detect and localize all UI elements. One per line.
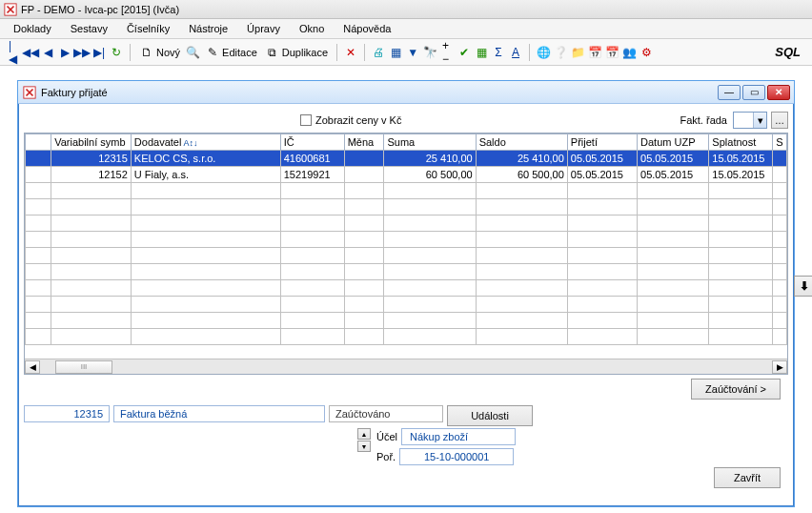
app-icon — [4, 3, 17, 16]
new-button[interactable]: 🗋 Nový — [136, 43, 183, 62]
page-down-button[interactable]: ⬇ — [794, 276, 812, 297]
fakt-rada-value — [734, 113, 753, 128]
show-prices-checkbox[interactable] — [300, 114, 312, 126]
users-icon[interactable]: 👥 — [621, 45, 637, 60]
book-button[interactable]: Zaúčtování > — [691, 379, 781, 400]
minimize-button[interactable]: — — [718, 85, 741, 100]
menu-upravy[interactable]: Úpravy — [237, 21, 290, 36]
close-button[interactable]: ✕ — [767, 85, 790, 100]
nav-next-page-icon[interactable]: ▶▶ — [74, 45, 90, 60]
binoculars-icon[interactable]: 🔭 — [422, 45, 437, 60]
table-row[interactable] — [26, 280, 787, 297]
hscroll-right-icon[interactable]: ▶ — [772, 360, 787, 374]
folder-icon[interactable]: 📁 — [570, 45, 585, 60]
menu-okno[interactable]: Okno — [290, 21, 334, 36]
hscroll-left-icon[interactable]: ◀ — [25, 360, 40, 374]
child-window-buttons: — ▭ ✕ — [718, 85, 790, 100]
edit-label: Editace — [222, 47, 257, 58]
table-row[interactable] — [26, 329, 787, 345]
calendar2-icon[interactable]: 📅 — [604, 45, 619, 60]
info-booked: Zaúčtováno — [329, 405, 443, 422]
table-row[interactable] — [26, 215, 787, 232]
col-prijeti[interactable]: Přijetí — [567, 134, 637, 151]
nav-prev-icon[interactable]: ◀ — [40, 45, 55, 60]
table-row[interactable]: 12315 KELOC CS, s.r.o. 41600681 25 410,0… — [26, 151, 787, 167]
menu-sestavy[interactable]: Sestavy — [61, 21, 117, 36]
child-window-faktury: Faktury přijaté — ▭ ✕ Zobrazit ceny v Kč… — [17, 80, 795, 507]
delete-icon[interactable]: ✕ — [343, 45, 358, 60]
menu-doklady[interactable]: Doklady — [4, 21, 61, 36]
menu-bar: Doklady Sestavy Číselníky Nástroje Úprav… — [0, 19, 812, 39]
excel-icon[interactable]: ▦ — [474, 45, 489, 60]
detail-spinner: ▲ ▼ — [357, 428, 371, 465]
maximize-button[interactable]: ▭ — [742, 85, 765, 100]
selected-invoice-info: 12315 Faktura běžná Zaúčtováno Události — [24, 405, 788, 426]
edit-button[interactable]: ✎ Editace — [202, 43, 260, 62]
toolbar-separator — [130, 44, 131, 61]
invoices-grid[interactable]: Variabilní symb DodavatelA↕↓ IČ Měna Sum… — [24, 133, 788, 375]
nav-last-icon[interactable]: ▶| — [91, 45, 107, 60]
edit-icon: ✎ — [205, 45, 220, 60]
col-uzp[interactable]: Datum UZP — [638, 134, 709, 151]
sort-indicator-icon: A↕↓ — [183, 138, 197, 148]
col-splatnost[interactable]: Splatnost — [709, 134, 773, 151]
toolbar-separator — [364, 44, 365, 61]
col-dodavatel[interactable]: DodavatelA↕↓ — [131, 134, 280, 151]
nav-first-icon[interactable]: |◀ — [6, 45, 21, 60]
table-row[interactable] — [26, 264, 787, 280]
table-row[interactable] — [26, 199, 787, 215]
ucel-value: Nákup zboží — [401, 428, 516, 445]
grid-icon[interactable]: ▦ — [388, 45, 403, 60]
spinner-up-icon[interactable]: ▲ — [357, 428, 371, 440]
add-remove-icon[interactable]: +− — [439, 45, 455, 60]
table-row[interactable] — [26, 248, 787, 264]
refresh-icon[interactable]: ↻ — [109, 45, 124, 60]
help-icon[interactable]: ❔ — [553, 45, 568, 60]
main-title-bar: FP - DEMO - Ivca-pc [2015] (Ivča) — [0, 0, 812, 19]
font-icon[interactable]: A — [508, 45, 523, 60]
chevron-down-icon[interactable]: ▾ — [753, 113, 766, 128]
sql-button[interactable]: SQL — [775, 45, 801, 59]
col-mena[interactable]: Měna — [344, 134, 384, 151]
table-row[interactable] — [26, 183, 787, 199]
search-doc-icon[interactable]: 🔍 — [185, 45, 200, 60]
events-button[interactable]: Události — [447, 405, 533, 426]
main-toolbar: |◀ ◀◀ ◀ ▶ ▶▶ ▶| ↻ 🗋 Nový 🔍 ✎ Editace ⧉ D… — [0, 39, 812, 66]
menu-ciselniky[interactable]: Číselníky — [117, 21, 179, 36]
spinner-down-icon[interactable]: ▼ — [357, 441, 371, 452]
sum-icon[interactable]: Σ — [491, 45, 506, 60]
table-row[interactable]: 12152 U Fialy, a.s. 15219921 60 500,00 6… — [26, 167, 787, 183]
menu-napoveda[interactable]: Nápověda — [334, 21, 400, 36]
settings-icon[interactable]: ⚙ — [639, 45, 654, 60]
fakt-rada-combo[interactable]: ▾ — [733, 112, 767, 129]
nav-next-icon[interactable]: ▶ — [57, 45, 72, 60]
col-ic[interactable]: IČ — [280, 134, 344, 151]
duplicate-icon: ⧉ — [265, 45, 280, 60]
col-selector[interactable] — [26, 134, 51, 151]
duplicate-button[interactable]: ⧉ Duplikace — [262, 43, 331, 62]
dup-label: Duplikace — [282, 47, 328, 58]
close-button[interactable]: Zavřít — [714, 467, 781, 488]
col-vs[interactable]: Variabilní symb — [51, 134, 132, 151]
col-suma[interactable]: Suma — [384, 134, 476, 151]
grid-hscrollbar[interactable]: ◀ III ▶ — [25, 359, 787, 374]
table-row[interactable] — [26, 313, 787, 329]
col-s[interactable]: S — [773, 134, 787, 151]
info-type: Faktura běžná — [113, 405, 325, 422]
arrow-down-icon: ⬇ — [800, 279, 809, 293]
table-row[interactable] — [26, 232, 787, 248]
calendar1-icon[interactable]: 📅 — [587, 45, 602, 60]
filter-icon[interactable]: ▼ — [405, 45, 420, 60]
new-doc-icon: 🗋 — [139, 45, 154, 60]
print-icon[interactable]: 🖨 — [371, 45, 386, 60]
nav-prev-page-icon[interactable]: ◀◀ — [23, 45, 38, 60]
save-icon[interactable]: ✔ — [457, 45, 472, 60]
por-value: 15-10-000001 — [399, 448, 514, 465]
col-saldo[interactable]: Saldo — [476, 134, 567, 151]
menu-nastroje[interactable]: Nástroje — [179, 21, 237, 36]
child-title-bar: Faktury přijaté — ▭ ✕ — [18, 81, 794, 104]
fakt-rada-lookup-button[interactable]: … — [771, 112, 788, 129]
hscroll-thumb[interactable]: III — [55, 360, 112, 374]
table-row[interactable] — [26, 297, 787, 313]
globe-icon[interactable]: 🌐 — [536, 45, 551, 60]
